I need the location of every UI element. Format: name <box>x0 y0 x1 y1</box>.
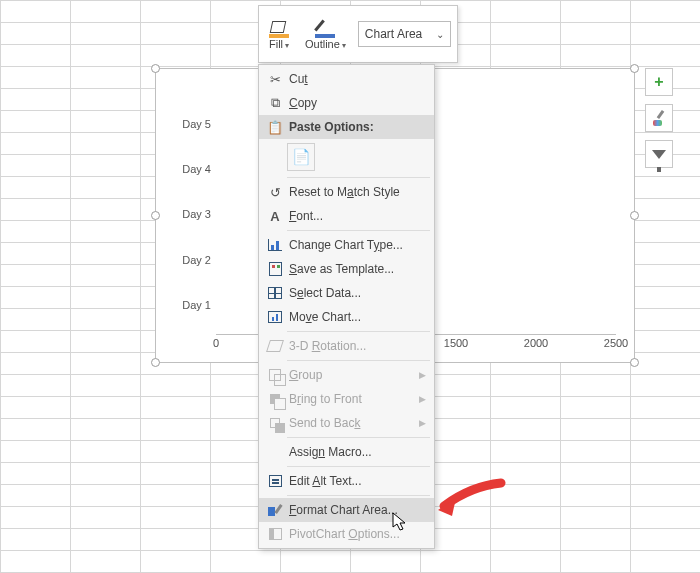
chevron-down-icon: ▾ <box>285 41 289 50</box>
chevron-down-icon: ⌄ <box>436 29 444 40</box>
menu-label: Edit Alt Text... <box>289 474 362 488</box>
x-tick-label: 1500 <box>444 337 468 349</box>
menu-label: Cut <box>289 72 308 86</box>
menu-pivotchart-options: PivotChart Options... <box>259 522 434 546</box>
y-tick-label: Day 2 <box>171 254 211 266</box>
x-tick-label: 0 <box>213 337 219 349</box>
chart-filters-button[interactable] <box>645 140 673 168</box>
menu-separator <box>287 360 430 361</box>
menu-separator <box>287 437 430 438</box>
submenu-arrow-icon: ▶ <box>419 370 426 380</box>
move-chart-icon <box>263 311 287 323</box>
submenu-arrow-icon: ▶ <box>419 418 426 428</box>
menu-label: Bring to Front <box>289 392 362 406</box>
menu-separator <box>287 230 430 231</box>
menu-separator <box>287 331 430 332</box>
menu-bring-to-front: Bring to Front ▶ <box>259 387 434 411</box>
menu-label: PivotChart Options... <box>289 527 400 541</box>
selector-value: Chart Area <box>365 27 422 41</box>
submenu-arrow-icon: ▶ <box>419 394 426 404</box>
font-icon: A <box>263 209 287 224</box>
y-tick-label: Day 1 <box>171 299 211 311</box>
menu-cut[interactable]: ✂ Cut <box>259 67 434 91</box>
menu-label: Select Data... <box>289 286 361 300</box>
menu-3d-rotation: 3-D Rotation... <box>259 334 434 358</box>
fill-button[interactable]: Fill▾ <box>259 14 299 54</box>
menu-separator <box>287 495 430 496</box>
menu-label: Group <box>289 368 322 382</box>
menu-select-data[interactable]: Select Data... <box>259 281 434 305</box>
menu-label: 3-D Rotation... <box>289 339 366 353</box>
paste-options-row: 📄 <box>259 139 434 175</box>
menu-label: Format Chart Area... <box>289 503 398 517</box>
brush-icon <box>651 110 667 126</box>
fill-label: Fill <box>269 38 283 50</box>
reset-icon: ↺ <box>263 185 287 200</box>
y-tick-label: Day 4 <box>171 163 211 175</box>
x-tick-label: 2000 <box>524 337 548 349</box>
menu-reset-style[interactable]: ↺ Reset to Match Style <box>259 180 434 204</box>
menu-copy[interactable]: ⧉ Copy <box>259 91 434 115</box>
menu-separator <box>287 177 430 178</box>
paint-bucket-icon <box>268 18 290 38</box>
resize-handle-br[interactable] <box>630 358 639 367</box>
menu-label: Copy <box>289 96 317 110</box>
scissors-icon: ✂ <box>263 72 287 87</box>
chart-elements-button[interactable]: + <box>645 68 673 96</box>
menu-label: Reset to Match Style <box>289 185 400 199</box>
menu-label: Send to Back <box>289 416 360 430</box>
mini-toolbar: Fill▾ Outline▾ Chart Area ⌄ <box>258 5 458 63</box>
resize-handle-tl[interactable] <box>151 64 160 73</box>
menu-paste-options[interactable]: 📋 Paste Options: <box>259 115 434 139</box>
send-back-icon <box>263 418 287 428</box>
menu-label: Assign Macro... <box>289 445 372 459</box>
menu-separator <box>287 466 430 467</box>
y-tick-label: Day 3 <box>171 208 211 220</box>
plus-icon: + <box>654 73 663 91</box>
template-icon <box>263 262 287 276</box>
funnel-icon <box>652 150 666 159</box>
x-tick-label: 2500 <box>604 337 628 349</box>
resize-handle-ml[interactable] <box>151 211 160 220</box>
paste-option-button[interactable]: 📄 <box>287 143 315 171</box>
menu-assign-macro[interactable]: Assign Macro... <box>259 440 434 464</box>
rotation-icon <box>263 340 287 352</box>
chevron-down-icon: ▾ <box>342 41 346 50</box>
format-icon <box>263 504 287 516</box>
copy-icon: ⧉ <box>263 95 287 111</box>
clipboard-icon: 📋 <box>263 120 287 135</box>
menu-label: Move Chart... <box>289 310 361 324</box>
menu-label: Change Chart Type... <box>289 238 403 252</box>
bring-front-icon <box>263 394 287 404</box>
menu-group: Group ▶ <box>259 363 434 387</box>
pen-icon <box>314 18 336 38</box>
menu-change-chart-type[interactable]: Change Chart Type... <box>259 233 434 257</box>
menu-label: Save as Template... <box>289 262 394 276</box>
outline-button[interactable]: Outline▾ <box>299 14 352 54</box>
chart-element-selector[interactable]: Chart Area ⌄ <box>358 21 451 47</box>
pivot-icon <box>263 528 287 540</box>
group-icon <box>263 369 287 381</box>
resize-handle-tr[interactable] <box>630 64 639 73</box>
alt-text-icon <box>263 475 287 487</box>
y-tick-label: Day 5 <box>171 118 211 130</box>
menu-label: Paste Options: <box>287 120 426 134</box>
resize-handle-mr[interactable] <box>630 211 639 220</box>
menu-font[interactable]: A Font... <box>259 204 434 228</box>
resize-handle-bl[interactable] <box>151 358 160 367</box>
context-menu: ✂ Cut ⧉ Copy 📋 Paste Options: 📄 ↺ Reset … <box>258 64 435 549</box>
menu-edit-alt-text[interactable]: Edit Alt Text... <box>259 469 434 493</box>
menu-label: Font... <box>289 209 323 223</box>
outline-label: Outline <box>305 38 340 50</box>
chart-styles-button[interactable] <box>645 104 673 132</box>
chart-type-icon <box>263 239 287 251</box>
menu-save-template[interactable]: Save as Template... <box>259 257 434 281</box>
menu-send-to-back: Send to Back ▶ <box>259 411 434 435</box>
table-icon <box>263 287 287 299</box>
menu-format-chart-area[interactable]: Format Chart Area... <box>259 498 434 522</box>
menu-move-chart[interactable]: Move Chart... <box>259 305 434 329</box>
